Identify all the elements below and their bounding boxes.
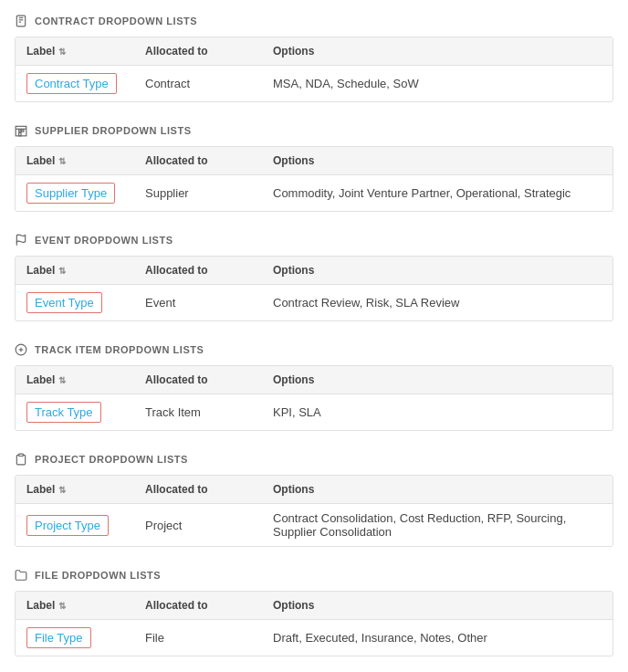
table-row: Contract TypeContractMSA, NDA, Schedule,… xyxy=(16,66,612,102)
col-label-text: Label xyxy=(26,45,55,58)
cell-allocated: File xyxy=(134,620,262,656)
col-header-allocated: Allocated to xyxy=(134,366,262,394)
section-header-supplier: SUPPLIER DROPDOWN LISTS xyxy=(15,124,613,137)
cell-options: MSA, NDA, Schedule, SoW xyxy=(262,66,612,102)
cell-options: Commodity, Joint Venture Partner, Operat… xyxy=(262,175,612,212)
cell-label: Contract Type xyxy=(16,66,134,102)
col-header-label[interactable]: Label⇅ xyxy=(16,147,134,175)
cell-allocated: Supplier xyxy=(134,175,262,212)
cell-options: Contract Review, Risk, SLA Review xyxy=(262,285,612,321)
table-project: Label⇅Allocated toOptionsProject TypePro… xyxy=(15,475,613,547)
section-title: CONTRACT DROPDOWN LISTS xyxy=(35,16,197,26)
col-header-label[interactable]: Label⇅ xyxy=(16,592,134,620)
section-header-project: PROJECT DROPDOWN LISTS xyxy=(15,453,613,466)
svg-rect-7 xyxy=(19,132,21,136)
cell-allocated: Event xyxy=(134,285,262,321)
table-row: File TypeFileDraft, Executed, Insurance,… xyxy=(16,620,612,656)
flag-icon xyxy=(15,234,27,247)
col-header-label[interactable]: Label⇅ xyxy=(16,366,134,394)
col-header-allocated: Allocated to xyxy=(134,476,262,504)
col-header-label[interactable]: Label⇅ xyxy=(16,257,134,285)
col-header-label[interactable]: Label⇅ xyxy=(16,476,134,504)
section-title: TRACK ITEM DROPDOWN LISTS xyxy=(35,344,204,355)
cell-label: File Type xyxy=(16,620,134,656)
label-link-supplier-type[interactable]: Supplier Type xyxy=(26,183,115,204)
table-contract: Label⇅Allocated toOptionsContract TypeCo… xyxy=(15,37,613,102)
col-header-options: Options xyxy=(262,257,612,285)
cell-options: KPI, SLA xyxy=(262,394,612,431)
col-label-text: Label xyxy=(26,373,55,386)
col-label-text: Label xyxy=(26,483,55,496)
section-header-file: FILE DROPDOWN LISTS xyxy=(15,569,613,582)
sort-icon: ⇅ xyxy=(58,375,66,385)
cell-label: Project Type xyxy=(16,504,134,547)
section-title: SUPPLIER DROPDOWN LISTS xyxy=(35,125,192,136)
col-header-options: Options xyxy=(262,147,612,175)
table-supplier: Label⇅Allocated toOptionsSupplier TypeSu… xyxy=(15,146,613,212)
sort-icon: ⇅ xyxy=(58,47,66,57)
label-link-project-type[interactable]: Project Type xyxy=(26,515,109,536)
cell-allocated: Contract xyxy=(134,66,262,102)
label-link-contract-type[interactable]: Contract Type xyxy=(26,73,117,94)
cell-label: Track Type xyxy=(16,394,134,431)
section-title: EVENT DROPDOWN LISTS xyxy=(35,235,173,246)
cell-allocated: Project xyxy=(134,504,262,547)
col-label-text: Label xyxy=(26,264,55,277)
sort-icon: ⇅ xyxy=(58,485,66,495)
col-header-label[interactable]: Label⇅ xyxy=(16,37,134,66)
section-track: TRACK ITEM DROPDOWN LISTSLabel⇅Allocated… xyxy=(15,343,613,431)
table-event: Label⇅Allocated toOptionsEvent TypeEvent… xyxy=(15,256,613,321)
table-row: Supplier TypeSupplierCommodity, Joint Ve… xyxy=(16,175,612,212)
cell-label: Supplier Type xyxy=(16,175,134,212)
svg-rect-13 xyxy=(19,454,24,456)
section-contract: CONTRACT DROPDOWN LISTSLabel⇅Allocated t… xyxy=(15,15,613,102)
table-track: Label⇅Allocated toOptionsTrack TypeTrack… xyxy=(15,365,613,431)
section-event: EVENT DROPDOWN LISTSLabel⇅Allocated toOp… xyxy=(15,234,613,321)
document-icon xyxy=(15,15,27,27)
section-header-contract: CONTRACT DROPDOWN LISTS xyxy=(15,15,613,27)
col-header-allocated: Allocated to xyxy=(134,37,262,66)
sort-icon: ⇅ xyxy=(58,156,66,166)
col-label-text: Label xyxy=(26,154,55,167)
table-row: Track TypeTrack ItemKPI, SLA xyxy=(16,394,612,431)
col-header-allocated: Allocated to xyxy=(134,257,262,285)
table-row: Project TypeProjectContract Consolidatio… xyxy=(16,504,612,547)
label-link-event-type[interactable]: Event Type xyxy=(26,292,102,313)
col-header-options: Options xyxy=(262,366,612,394)
cell-options: Contract Consolidation, Cost Reduction, … xyxy=(262,504,612,547)
table-row: Event TypeEventContract Review, Risk, SL… xyxy=(16,285,612,321)
section-file: FILE DROPDOWN LISTSLabel⇅Allocated toOpt… xyxy=(15,569,613,656)
label-link-file-type[interactable]: File Type xyxy=(26,627,91,648)
section-header-event: EVENT DROPDOWN LISTS xyxy=(15,234,613,247)
label-link-track-type[interactable]: Track Type xyxy=(26,402,101,423)
col-header-options: Options xyxy=(262,37,612,66)
section-supplier: SUPPLIER DROPDOWN LISTSLabel⇅Allocated t… xyxy=(15,124,613,212)
table-file: Label⇅Allocated toOptionsFile TypeFileDr… xyxy=(15,591,613,656)
svg-rect-5 xyxy=(19,130,21,131)
cell-label: Event Type xyxy=(16,285,134,321)
col-header-allocated: Allocated to xyxy=(134,592,262,620)
sort-icon: ⇅ xyxy=(58,266,66,276)
section-header-track: TRACK ITEM DROPDOWN LISTS xyxy=(15,343,613,356)
folder-icon xyxy=(15,569,27,582)
cell-allocated: Track Item xyxy=(134,394,262,431)
section-title: FILE DROPDOWN LISTS xyxy=(35,570,161,581)
section-project: PROJECT DROPDOWN LISTSLabel⇅Allocated to… xyxy=(15,453,613,547)
sort-icon: ⇅ xyxy=(58,601,66,611)
svg-rect-0 xyxy=(16,16,25,26)
svg-rect-6 xyxy=(22,130,24,131)
col-header-options: Options xyxy=(262,592,612,620)
col-header-allocated: Allocated to xyxy=(134,147,262,175)
col-label-text: Label xyxy=(26,599,55,612)
clipboard-icon xyxy=(15,453,27,466)
building-icon xyxy=(15,124,27,137)
plus-circle-icon xyxy=(15,343,27,356)
cell-options: Draft, Executed, Insurance, Notes, Other xyxy=(262,620,612,656)
col-header-options: Options xyxy=(262,476,612,504)
section-title: PROJECT DROPDOWN LISTS xyxy=(35,454,188,465)
